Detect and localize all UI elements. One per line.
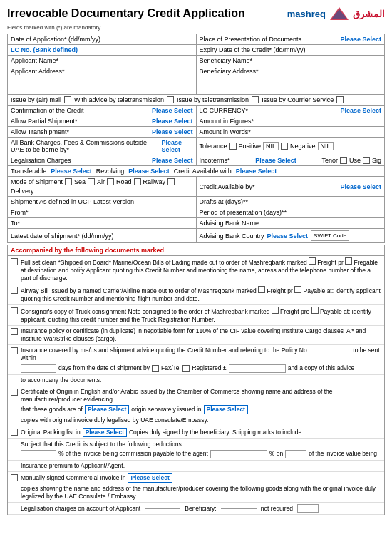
doc-4-checkbox[interactable] <box>11 328 18 335</box>
registered-checkbox[interactable] <box>182 365 190 372</box>
applicant-input[interactable] <box>145 508 180 509</box>
doc-5-checkbox[interactable] <box>11 347 18 354</box>
doc-2-inner-cb[interactable] <box>258 286 265 293</box>
amount-figures-cell: Amount in Figures* <box>196 116 385 127</box>
allow-tranship-cell: Allow Transhipment* Please Select <box>8 127 197 138</box>
revolving-select[interactable]: Please Select <box>128 168 170 175</box>
applicant-address-label: Applicant Address* <box>11 68 65 75</box>
sig-checkbox[interactable] <box>363 157 370 164</box>
doc-11-checkbox[interactable] <box>11 474 18 481</box>
policy-no-input[interactable] <box>309 352 351 352</box>
advising-country-select[interactable]: Please Select <box>267 232 309 240</box>
lc-currency-select[interactable]: Please Select <box>340 107 381 114</box>
swift-code-box: SWIFT Code <box>311 230 349 241</box>
allow-partial-select[interactable]: Please Select <box>152 118 193 125</box>
doc-7-checkbox[interactable] <box>11 389 18 396</box>
road-checkbox[interactable] <box>107 178 114 185</box>
doc-3-text: Consignor's copy of Truck consignment No… <box>21 307 381 324</box>
doc-1-end-text: a part of discharge. <box>21 267 371 282</box>
doc-5-text: Insurance covered by me/us and shipment … <box>21 347 381 372</box>
main-page: Irrevocable Documentary Credit Applicati… <box>0 0 392 521</box>
issue-teletrans-checkbox[interactable] <box>252 96 259 103</box>
doc-9-text: Subject that this Credit is subject to t… <box>21 441 381 458</box>
doc-7-text: Certificate of Origin in English and/or … <box>21 388 381 424</box>
doc-11-select[interactable]: Please Select <box>128 473 172 483</box>
row-partial-figures: Allow Partial Shipment* Please Select Am… <box>8 116 385 127</box>
railway-checkbox[interactable] <box>134 178 141 185</box>
doc-row-9: Subject that this Credit is subject to t… <box>8 439 384 461</box>
all-charges-select[interactable]: Please Select <box>161 139 192 153</box>
doc-row-3: Consignor's copy of Truck consignment No… <box>8 305 384 326</box>
doc-row-2: Airway Bill issued by a named Carrier/Ai… <box>8 284 384 305</box>
amount-figures-label: Amount in Figures* <box>200 118 254 125</box>
legalisation-select[interactable]: Please Select <box>152 157 193 164</box>
row-checkboxes: Issue by (air) mail With advice by telet… <box>8 95 385 106</box>
row-mode-credit: Mode of Shipment Sea Air Road Railway De… <box>8 177 385 197</box>
applicant-name-label: Applicant Name* <box>11 57 58 64</box>
all-charges-label: All Bank Charges, Fees & Commissions out… <box>11 139 161 153</box>
drafts-label: Drafts at (days)** <box>200 198 249 205</box>
beneficiary-address-cell: Beneficiary Address* <box>196 66 385 95</box>
doc-1-inner-cb[interactable] <box>309 257 316 265</box>
with-advice-checkbox[interactable] <box>167 96 174 103</box>
doc-7-select2[interactable]: Please Select <box>204 405 248 414</box>
positive-checkbox[interactable] <box>229 143 237 150</box>
latest-date-label: Latest date of shipment* (dd/mm/yy) <box>11 232 114 240</box>
doc-8-checkbox[interactable] <box>11 429 18 436</box>
sea-checkbox[interactable] <box>65 178 72 185</box>
agent-input[interactable] <box>210 450 267 458</box>
doc-2-checkbox[interactable] <box>11 287 18 294</box>
confirmation-select[interactable]: Please Select <box>152 107 193 114</box>
place-presentation-select[interactable]: Please Select <box>340 36 381 43</box>
from-cell: From* <box>8 207 197 218</box>
days-input[interactable] <box>21 364 56 373</box>
doc-row-8: Original Packing list in Please Select C… <box>8 426 384 439</box>
doc-1-inner-cb2[interactable] <box>345 257 352 265</box>
row-latest-advising: Latest date of shipment* (dd/mm/yy) Advi… <box>8 229 385 243</box>
incoterms-select[interactable]: Please Select <box>255 157 296 164</box>
issue-courier-checkbox[interactable] <box>336 96 344 103</box>
doc-3-inner-cb2[interactable] <box>311 307 319 314</box>
fax-checkbox[interactable] <box>152 365 159 372</box>
commission-pct-input[interactable] <box>21 450 56 458</box>
doc-8-select[interactable]: Please Select <box>83 428 127 437</box>
with-advice-label: With advice by teletransmission <box>74 96 164 103</box>
documents-section: Accompanied by the following documents m… <box>7 245 385 515</box>
use-label: Use <box>349 157 361 164</box>
transferable-select[interactable]: Please Select <box>51 168 92 175</box>
mandatory-note: Fields marked with (*) are mandatory <box>7 24 385 31</box>
logo-area: mashreq المشرق <box>287 6 385 21</box>
issue-air-mail-label: Issue by (air) mail <box>11 96 61 103</box>
negative-checkbox[interactable] <box>281 143 288 150</box>
air-checkbox[interactable] <box>88 178 95 185</box>
credit-available-with-select[interactable]: Please Select <box>236 168 277 175</box>
legalisation-label: Legalisation Charges <box>11 157 71 164</box>
sig-label: Sig <box>372 157 381 164</box>
to-cell: To* <box>8 218 197 229</box>
doc-3-inner-cb[interactable] <box>272 307 279 314</box>
row-lc-expiry: LC No. (Bank defined) Expiry Date of the… <box>8 45 385 56</box>
doc-1-text: Full set clean *Shipped on Board* Marine… <box>21 257 381 282</box>
doc-row-6: to accompany the documents. <box>8 375 384 386</box>
beneficiary-input[interactable] <box>221 508 257 509</box>
delivery-checkbox[interactable] <box>167 178 175 185</box>
credit-available-by-select[interactable]: Please Select <box>340 183 381 190</box>
doc-2-inner-cb2[interactable] <box>294 286 301 293</box>
registered-input[interactable] <box>229 364 286 373</box>
doc-1-checkbox[interactable] <box>11 258 18 265</box>
allow-tranship-select[interactable]: Please Select <box>152 128 193 135</box>
mode-shipment-label: Mode of Shipment <box>11 178 63 185</box>
row-date-place: Date of Application* (dd/mm/yy) Place of… <box>8 34 385 45</box>
positive-label: Positive <box>239 143 262 150</box>
doc-7-select1[interactable]: Please Select <box>85 405 129 414</box>
row-transferable: Transferable Please Select Revolving Ple… <box>8 166 385 177</box>
use-checkbox[interactable] <box>340 157 347 164</box>
row-legal-incoterms-tenor: Legalisation Charges Please Select Incot… <box>8 155 385 166</box>
beneficiary-name-cell: Beneficiary Name* <box>196 56 385 66</box>
not-required-input[interactable] <box>297 504 319 513</box>
issue-air-mail-checkbox[interactable] <box>64 96 71 103</box>
on-input[interactable] <box>285 450 306 458</box>
doc-3-checkbox[interactable] <box>11 307 18 314</box>
tolerance-cell: Tolerance Positive NIL Negative NIL <box>196 138 385 155</box>
row-applicant-beneficiary: Applicant Name* Beneficiary Name* <box>8 56 385 66</box>
